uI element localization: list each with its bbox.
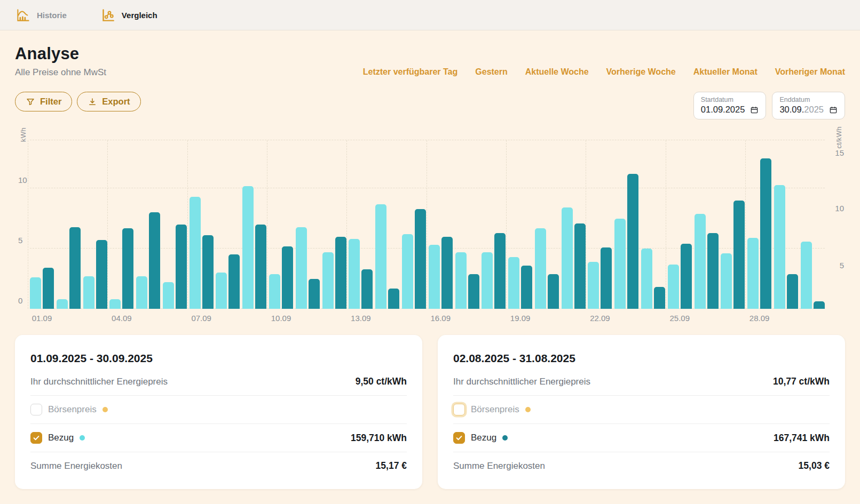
bar-august[interactable] — [601, 247, 612, 309]
bar-september[interactable] — [190, 197, 201, 309]
bar-august[interactable] — [69, 227, 81, 309]
avg-price-label: Ihr durchschnittlicher Energiepreis — [30, 377, 168, 387]
bar-group: 13.09 — [349, 140, 373, 309]
bar-august[interactable] — [282, 246, 293, 309]
bar-august[interactable] — [176, 225, 187, 309]
range-gestern[interactable]: Gestern — [475, 67, 507, 77]
y-tick-right-5: 5 — [840, 261, 844, 270]
boersenpreis-checkbox[interactable] — [453, 404, 465, 415]
bar-september[interactable] — [296, 227, 307, 309]
start-date-input[interactable]: Startdatum 01.09.2025 — [693, 92, 767, 119]
bar-august[interactable] — [43, 268, 54, 309]
export-button[interactable]: Export — [77, 92, 140, 111]
bar-august[interactable] — [415, 209, 426, 309]
bar-september[interactable] — [774, 185, 785, 309]
bar-august[interactable] — [228, 254, 240, 309]
bar-august[interactable] — [681, 244, 692, 309]
bar-september[interactable] — [535, 228, 546, 309]
bar-september[interactable] — [57, 299, 68, 309]
card-period-title: 02.08.2025 - 31.08.2025 — [453, 352, 830, 365]
bar-august[interactable] — [521, 266, 532, 309]
range-vorheriger-monat[interactable]: Vorheriger Monat — [775, 67, 845, 77]
bar-group — [482, 140, 506, 309]
bar-group — [774, 140, 798, 309]
bar-september[interactable] — [136, 276, 147, 309]
bar-september[interactable] — [109, 299, 121, 309]
bar-august[interactable] — [361, 269, 373, 309]
bar-september[interactable] — [30, 277, 41, 309]
filter-button-label: Filter — [40, 97, 61, 107]
bar-september[interactable] — [721, 253, 732, 309]
bar-september[interactable] — [429, 245, 440, 309]
bar-august[interactable] — [494, 233, 506, 309]
bar-september[interactable] — [322, 252, 334, 309]
bar-august[interactable] — [760, 158, 771, 309]
range-aktueller-monat[interactable]: Aktueller Monat — [693, 67, 758, 77]
bar-august[interactable] — [255, 225, 266, 309]
bar-august[interactable] — [654, 287, 665, 309]
top-navigation: Historie Vergleich — [0, 0, 860, 30]
bar-september[interactable] — [455, 252, 467, 309]
filter-button[interactable]: Filter — [15, 92, 72, 111]
bar-september[interactable] — [216, 273, 227, 309]
bar-september[interactable] — [402, 234, 413, 309]
bar-september[interactable] — [641, 249, 652, 309]
bar-september[interactable] — [269, 274, 280, 309]
bezug-color-dot — [80, 435, 85, 441]
bar-august[interactable] — [627, 174, 638, 309]
bar-september[interactable] — [695, 214, 706, 309]
bar-group: 19.09 — [508, 140, 532, 309]
x-tick-label: 25.09 — [669, 314, 690, 323]
x-tick-label: 19.09 — [510, 314, 531, 323]
bezug-checkbox[interactable] — [30, 432, 42, 444]
bar-september[interactable] — [482, 252, 493, 309]
bar-september[interactable] — [508, 257, 519, 309]
bar-group — [562, 140, 586, 309]
bar-group: 16.09 — [429, 140, 453, 309]
bar-august[interactable] — [96, 240, 107, 309]
bar-september[interactable] — [747, 238, 759, 309]
bar-august[interactable] — [707, 233, 719, 309]
bar-august[interactable] — [309, 279, 320, 309]
bar-august[interactable] — [787, 274, 798, 309]
bar-september[interactable] — [163, 282, 174, 309]
bar-september[interactable] — [562, 207, 573, 309]
bar-september[interactable] — [242, 186, 254, 309]
histogram-chart-icon — [16, 8, 30, 22]
y-tick-right-10: 10 — [835, 204, 844, 213]
bar-august[interactable] — [814, 301, 825, 309]
tab-vergleich[interactable]: Vergleich — [101, 8, 157, 22]
bezug-value: 167,741 kWh — [774, 433, 830, 444]
bar-september[interactable] — [375, 204, 386, 309]
bar-august[interactable] — [548, 274, 559, 309]
boersenpreis-checkbox[interactable] — [30, 404, 42, 415]
bar-september[interactable] — [614, 219, 626, 309]
bar-august[interactable] — [574, 223, 586, 309]
sum-label: Summe Energiekosten — [453, 461, 545, 471]
bar-august[interactable] — [388, 289, 399, 309]
bar-august[interactable] — [468, 274, 479, 309]
bar-august[interactable] — [733, 201, 745, 309]
range-letzter-tag[interactable]: Letzter verfügbarer Tag — [363, 67, 458, 77]
bar-september[interactable] — [801, 242, 812, 309]
boersenpreis-label: Börsenpreis — [48, 404, 97, 415]
bar-september[interactable] — [349, 239, 360, 309]
bar-august[interactable] — [202, 235, 214, 309]
bezug-checkbox[interactable] — [453, 432, 465, 444]
bar-group — [641, 140, 665, 309]
bar-august[interactable] — [441, 237, 453, 309]
bar-august[interactable] — [149, 212, 160, 309]
range-vorherige-woche[interactable]: Vorherige Woche — [606, 67, 676, 77]
range-aktuelle-woche[interactable]: Aktuelle Woche — [525, 67, 589, 77]
calendar-icon[interactable] — [829, 106, 838, 114]
bar-september[interactable] — [668, 265, 679, 309]
bar-september[interactable] — [83, 276, 94, 309]
bar-august[interactable] — [122, 228, 133, 309]
y-tick-left-5: 5 — [18, 236, 22, 245]
calendar-icon[interactable] — [750, 106, 759, 114]
bar-august[interactable] — [335, 237, 346, 309]
bar-september[interactable] — [588, 262, 599, 309]
tab-historie[interactable]: Historie — [16, 8, 67, 22]
chart-plot: kWh ct/kWh 0 5 10 5 10 15 01.0904.0907.0… — [30, 140, 825, 309]
end-date-input[interactable]: Enddatum 30.09.2025 — [772, 92, 845, 119]
